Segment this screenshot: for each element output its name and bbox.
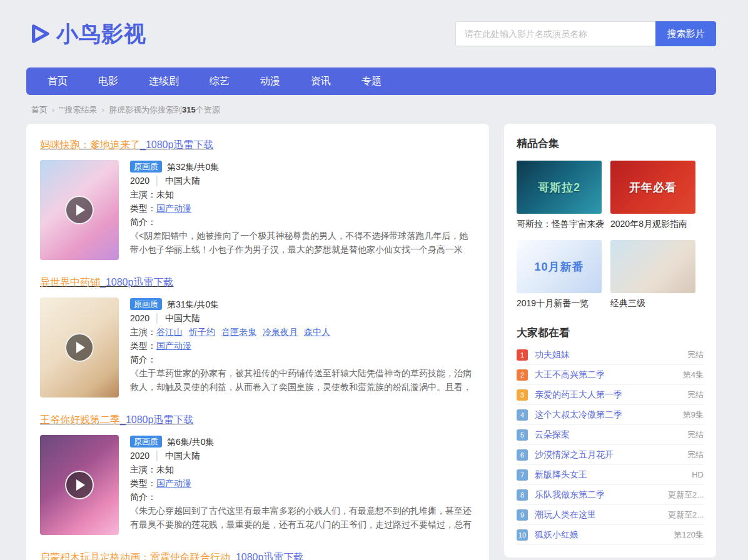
- hot-item-title[interactable]: 功夫姐妹: [535, 349, 687, 361]
- type-label: 类型：: [130, 203, 156, 213]
- result-title-link[interactable]: 异世界中药铺_1080p迅雷下载: [40, 277, 173, 288]
- sidebar: 精品合集 哥斯拉2 哥斯拉：怪兽宇宙来袭 开年必看 2020年8月观影指南 10…: [504, 124, 716, 558]
- quality-row: 原画质第32集/共0集: [130, 160, 475, 174]
- hot-list-item[interactable]: 1 功夫姐妹 完结: [517, 345, 704, 365]
- result-title-link[interactable]: 妈咪快跑：爹地追来了_1080p迅雷下载: [40, 139, 213, 150]
- result-title: 王爷你好贱第二季_1080p迅雷下载: [40, 414, 475, 427]
- nav-item[interactable]: 首页: [48, 75, 68, 88]
- rank-badge: 4: [517, 409, 528, 421]
- meta-separator: │: [154, 313, 160, 323]
- nav-item[interactable]: 动漫: [260, 75, 280, 88]
- result-info: 原画质第31集/共0集 2020│中国大陆 主演：谷江山忻子约音匣老鬼冷泉夜月森…: [130, 298, 475, 398]
- type-link[interactable]: 国产动漫: [156, 203, 191, 213]
- result-title-main: 异世界中药铺: [40, 277, 100, 288]
- rank-badge: 2: [517, 369, 528, 381]
- result-item: 启蒙积木玩具定格动画：雷霆使命联合行动_1080p迅雷下载 原画质第5集/共0集…: [40, 551, 475, 560]
- collection-image-text: 哥斯拉2: [538, 180, 580, 195]
- hot-item-title[interactable]: 乐队我做东第二季: [535, 489, 668, 501]
- hot-list-item[interactable]: 2 大王不高兴第二季 第4集: [517, 365, 704, 385]
- nav-item[interactable]: 电影: [98, 75, 118, 88]
- hot-list-item[interactable]: 10 狐妖小红娘 第120集: [517, 525, 704, 545]
- rank-badge: 10: [517, 529, 528, 541]
- search-button[interactable]: 搜索影片: [655, 21, 716, 46]
- hot-list-item[interactable]: 3 亲爱的药王大人第一季 完结: [517, 385, 704, 405]
- collection-card[interactable]: 10月新番 2019十月新番一览: [517, 240, 602, 309]
- hot-list-item[interactable]: 9 潮玩人类在这里 更新至2...: [517, 505, 704, 525]
- result-info: 原画质第32集/共0集 2020│中国大陆 主演：未知 类型：国产动漫 简介： …: [130, 160, 475, 260]
- starring-link[interactable]: 忻子约: [189, 327, 215, 337]
- play-icon[interactable]: [65, 471, 94, 499]
- intro-label: 简介：: [130, 492, 156, 502]
- region: 中国大陆: [165, 451, 200, 461]
- collection-image[interactable]: [610, 240, 695, 293]
- site-logo[interactable]: 小鸟影视: [26, 19, 146, 49]
- rank-badge: 7: [517, 469, 528, 481]
- episode-info: 第6集/共0集: [167, 437, 214, 447]
- hot-item-title[interactable]: 新版降头女王: [535, 469, 692, 481]
- region: 中国大陆: [165, 176, 200, 186]
- description: 《<阴差阳错中，她被推向了一个极其神秘尊贵的男人，不得不选择带球落跑几年后，她带…: [130, 229, 475, 256]
- starring-label: 主演：: [130, 189, 156, 199]
- hot-item-title[interactable]: 亲爱的药王大人第一季: [535, 389, 687, 401]
- year: 2020: [130, 176, 149, 186]
- rank-badge: 5: [517, 429, 528, 441]
- hot-list-item[interactable]: 7 新版降头女王 HD: [517, 465, 704, 485]
- type-link[interactable]: 国产动漫: [156, 341, 191, 351]
- hot-item-title[interactable]: 这个大叔太冷傲第二季: [535, 409, 683, 421]
- nav-item[interactable]: 连续剧: [149, 75, 179, 88]
- starring-link[interactable]: 森中人: [304, 327, 330, 337]
- hot-item-status: 第4集: [683, 369, 704, 381]
- nav-item[interactable]: 综艺: [210, 75, 230, 88]
- collection-image[interactable]: 10月新番: [517, 240, 602, 293]
- starring-value: 未知: [156, 464, 174, 474]
- play-icon[interactable]: [65, 333, 94, 362]
- search-input[interactable]: [455, 21, 655, 46]
- hot-list-item[interactable]: 4 这个大叔太冷傲第二季 第9集: [517, 405, 704, 425]
- intro-label-row: 简介：: [130, 215, 475, 229]
- meta-separator: │: [154, 451, 160, 461]
- episode-info: 第31集/共0集: [167, 299, 219, 309]
- breadcrumb-home-link[interactable]: 首页: [31, 105, 48, 114]
- rank-badge: 3: [517, 389, 528, 401]
- hot-item-title[interactable]: 大王不高兴第二季: [535, 369, 683, 381]
- hot-item-status: HD: [692, 470, 704, 479]
- nav-item[interactable]: 专题: [361, 75, 382, 88]
- hot-item-title[interactable]: 狐妖小红娘: [535, 529, 674, 541]
- collection-image[interactable]: 哥斯拉2: [517, 161, 602, 214]
- starring-link[interactable]: 谷江山: [156, 327, 183, 337]
- hot-list-item[interactable]: 5 云朵探案 完结: [517, 425, 704, 445]
- hot-item-title[interactable]: 潮玩人类在这里: [535, 509, 668, 521]
- meta-row: 2020│中国大陆: [130, 311, 475, 325]
- collection-card[interactable]: 开年必看 2020年8月观影指南: [610, 161, 695, 230]
- rank-badge: 6: [517, 449, 528, 461]
- hot-list-item[interactable]: 8 乐队我做东第二季 更新至2...: [517, 485, 704, 505]
- result-title-suffix: _1080p迅雷下载: [100, 277, 173, 288]
- type-row: 类型：国产动漫: [130, 476, 475, 490]
- breadcrumb-separator: ›: [102, 105, 104, 114]
- hot-item-status: 完结: [687, 429, 704, 441]
- hot-list-item[interactable]: 6 沙漠情深之五月花开 完结: [517, 445, 704, 465]
- type-link[interactable]: 国产动漫: [156, 478, 191, 488]
- result-thumbnail[interactable]: [40, 298, 119, 398]
- quality-row: 原画质第31集/共0集: [130, 298, 475, 311]
- play-icon[interactable]: [65, 196, 94, 224]
- result-title: 异世界中药铺_1080p迅雷下载: [40, 276, 475, 289]
- hot-list-title: 大家都在看: [517, 326, 704, 340]
- nav-item[interactable]: 资讯: [311, 75, 331, 88]
- result-title-link[interactable]: 启蒙积木玩具定格动画：雷霆使命联合行动_1080p迅雷下载: [40, 552, 303, 560]
- result-title-link[interactable]: 王爷你好贱第二季_1080p迅雷下载: [40, 414, 193, 425]
- hot-item-title[interactable]: 云朵探案: [535, 429, 687, 441]
- result-title-suffix: _1080p迅雷下载: [140, 139, 213, 150]
- quality-row: 原画质第6集/共0集: [130, 435, 475, 449]
- search-box: 搜索影片: [455, 21, 716, 46]
- collection-card[interactable]: 经典三级: [610, 240, 695, 309]
- collection-image-text: 10月新番: [534, 259, 584, 274]
- result-thumbnail[interactable]: [40, 160, 119, 260]
- collection-image[interactable]: 开年必看: [610, 161, 695, 214]
- starring-link[interactable]: 音匣老鬼: [221, 327, 256, 337]
- collection-card[interactable]: 哥斯拉2 哥斯拉：怪兽宇宙来袭: [517, 161, 602, 230]
- quality-badge: 原画质: [130, 161, 162, 172]
- starring-link[interactable]: 冷泉夜月: [263, 327, 298, 337]
- result-thumbnail[interactable]: [40, 435, 119, 535]
- hot-item-title[interactable]: 沙漠情深之五月花开: [535, 449, 687, 461]
